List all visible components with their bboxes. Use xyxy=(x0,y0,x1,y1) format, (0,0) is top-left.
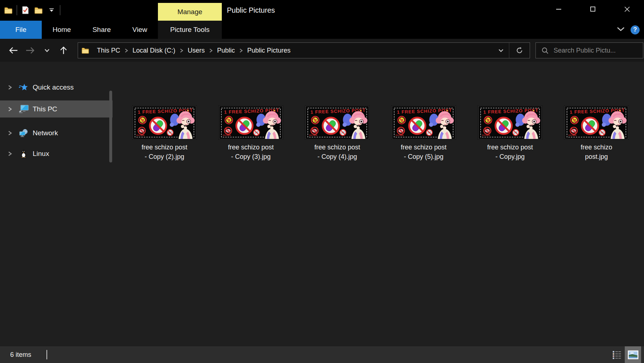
no-pill-icon xyxy=(236,117,253,134)
no-pill-icon xyxy=(582,117,598,134)
file-item[interactable]: 1 FREE SCHIZO POST ✦ xyxy=(467,106,553,161)
close-button[interactable] xyxy=(610,0,644,18)
breadcrumb-item[interactable]: Public xyxy=(213,47,239,54)
tab-picture-tools[interactable]: Picture Tools xyxy=(158,21,222,39)
tab-share[interactable]: Share xyxy=(82,21,122,39)
tab-file[interactable]: File xyxy=(0,21,42,39)
tab-view[interactable]: View xyxy=(122,21,158,39)
expand-chevron-icon[interactable] xyxy=(8,151,13,156)
file-thumbnail: 1 FREE SCHIZO POST ✦ xyxy=(564,106,628,139)
address-dropdown-chevron-icon[interactable] xyxy=(493,43,509,58)
file-thumbnail: 1 FREE SCHIZO POST ✦ xyxy=(305,106,369,139)
search-input[interactable] xyxy=(554,47,643,54)
maximize-button[interactable] xyxy=(576,0,610,18)
large-thumbnails-view-button[interactable] xyxy=(625,346,641,363)
file-item[interactable]: 1 FREE SCHIZO POST ✦ xyxy=(121,106,208,161)
refresh-icon[interactable] xyxy=(509,43,530,58)
svg-text:P.FLUMPE: P.FLUMPE xyxy=(309,135,317,136)
forward-icon[interactable] xyxy=(22,42,38,58)
search-box xyxy=(535,42,643,58)
file-thumbnail: 1 FREE SCHIZO POST ✦ xyxy=(392,106,456,139)
caption-buttons xyxy=(542,0,644,18)
free-schizo-post-coupon-image: 1 FREE SCHIZO POST ✦ xyxy=(306,106,369,139)
help-icon[interactable]: ? xyxy=(631,25,640,34)
sidebar-scrollbar[interactable] xyxy=(109,91,112,162)
main-area: Quick access This PC Network xyxy=(0,62,644,346)
no-pill-icon xyxy=(323,117,339,134)
file-name-line2: - Copy.jpg xyxy=(487,152,533,161)
qat-separator xyxy=(17,5,17,15)
svg-text:P.FLUMPE: P.FLUMPE xyxy=(396,135,404,136)
no-pill-icon xyxy=(496,117,512,134)
no-cigarette-icon xyxy=(340,129,346,136)
collapse-ribbon-chevron-icon[interactable] xyxy=(617,26,625,33)
no-smiley-icon xyxy=(398,116,405,124)
file-name-line2: - Copy (2).jpg xyxy=(142,152,187,161)
free-schizo-post-coupon-image: 1 FREE SCHIZO POST ✦ xyxy=(219,106,282,139)
folder-icon[interactable] xyxy=(34,5,43,15)
large-thumbnails-view-icon xyxy=(628,350,639,359)
window-title: Public Pictures xyxy=(227,0,275,21)
sidebar-item-this-pc[interactable]: This PC xyxy=(0,100,113,117)
no-smiley-icon xyxy=(225,116,233,124)
svg-text:P.FLUMPE: P.FLUMPE xyxy=(136,135,144,136)
file-name-line2: - Copy (3).jpg xyxy=(228,152,274,161)
linux-penguin-icon xyxy=(18,149,29,158)
content-pane[interactable]: 1 FREE SCHIZO POST ✦ xyxy=(113,62,644,346)
recent-locations-chevron-icon[interactable] xyxy=(38,42,55,58)
no-pill-icon xyxy=(409,117,425,134)
address-box[interactable]: This PCLocal Disk (C:)UsersPublicPublic … xyxy=(78,42,530,58)
folder-icon[interactable] xyxy=(4,5,13,15)
up-icon[interactable] xyxy=(55,42,72,58)
breadcrumb-item[interactable]: Local Disk (C:) xyxy=(128,47,180,54)
sidebar-item-label: Quick access xyxy=(33,83,74,91)
file-name-line1: free schizo post xyxy=(314,143,360,152)
back-icon[interactable] xyxy=(5,42,22,58)
sidebar-item-quick-access[interactable]: Quick access xyxy=(0,79,113,96)
no-cigarette-icon xyxy=(253,129,260,136)
breadcrumb-chevron-icon[interactable] xyxy=(180,48,183,53)
no-smiley-icon xyxy=(571,116,578,124)
breadcrumb-item[interactable]: Public Pictures xyxy=(243,47,295,54)
file-name-line2: post.jpg xyxy=(580,152,612,161)
file-item[interactable]: 1 FREE SCHIZO POST ✦ xyxy=(208,106,294,161)
minimize-button[interactable] xyxy=(542,0,576,18)
customize-dropdown-icon[interactable] xyxy=(47,5,56,15)
free-schizo-post-coupon-image: 1 FREE SCHIZO POST ✦ xyxy=(478,106,542,139)
file-item[interactable]: 1 FREE SCHIZO POST ✦ xyxy=(553,106,640,161)
sidebar-item-linux[interactable]: Linux xyxy=(0,145,113,162)
this-pc-monitor-icon xyxy=(18,105,29,113)
breadcrumb-chevron-icon[interactable] xyxy=(239,48,243,53)
sidebar-item-network[interactable]: Network xyxy=(0,124,113,141)
sidebar-item-label: Linux xyxy=(33,150,49,158)
svg-text:P.FLUMPE: P.FLUMPE xyxy=(223,135,231,136)
details-view-button[interactable] xyxy=(608,346,625,363)
file-name-line1: free schizo post xyxy=(142,143,187,152)
expand-chevron-icon[interactable] xyxy=(8,85,13,90)
ribbon-tab-row: File Home Share View Picture Tools xyxy=(0,21,644,39)
breadcrumb-chevron-icon[interactable] xyxy=(125,48,128,53)
file-name-line2: - Copy (5).jpg xyxy=(401,152,447,161)
free-schizo-post-coupon-image: 1 FREE SCHIZO POST ✦ xyxy=(133,106,196,139)
expand-chevron-icon[interactable] xyxy=(8,131,13,136)
status-bar: 6 items xyxy=(0,346,644,363)
qat-separator xyxy=(60,5,60,15)
breadcrumb-chevron-icon[interactable] xyxy=(209,48,213,53)
quick-access-toolbar xyxy=(4,5,60,15)
navigation-pane: Quick access This PC Network xyxy=(0,62,113,346)
file-thumbnail: 1 FREE SCHIZO POST ✦ xyxy=(478,106,542,139)
file-name-line1: free schizo post xyxy=(228,143,274,152)
file-grid: 1 FREE SCHIZO POST ✦ xyxy=(121,106,640,161)
properties-check-icon[interactable] xyxy=(21,5,30,15)
tab-manage[interactable]: Manage xyxy=(158,3,222,21)
file-name-line1: free schizo xyxy=(580,143,612,152)
tab-home[interactable]: Home xyxy=(42,21,82,39)
breadcrumb-item[interactable]: Users xyxy=(183,47,209,54)
free-schizo-post-coupon-image: 1 FREE SCHIZO POST ✦ xyxy=(565,106,628,139)
breadcrumb-item[interactable]: This PC xyxy=(93,47,125,54)
address-folder-icon xyxy=(78,48,93,54)
svg-text:P.FLUMPE: P.FLUMPE xyxy=(568,135,576,136)
expand-chevron-icon[interactable] xyxy=(8,107,13,112)
file-item[interactable]: 1 FREE SCHIZO POST ✦ xyxy=(380,106,467,161)
file-item[interactable]: 1 FREE SCHIZO POST ✦ xyxy=(294,106,380,161)
